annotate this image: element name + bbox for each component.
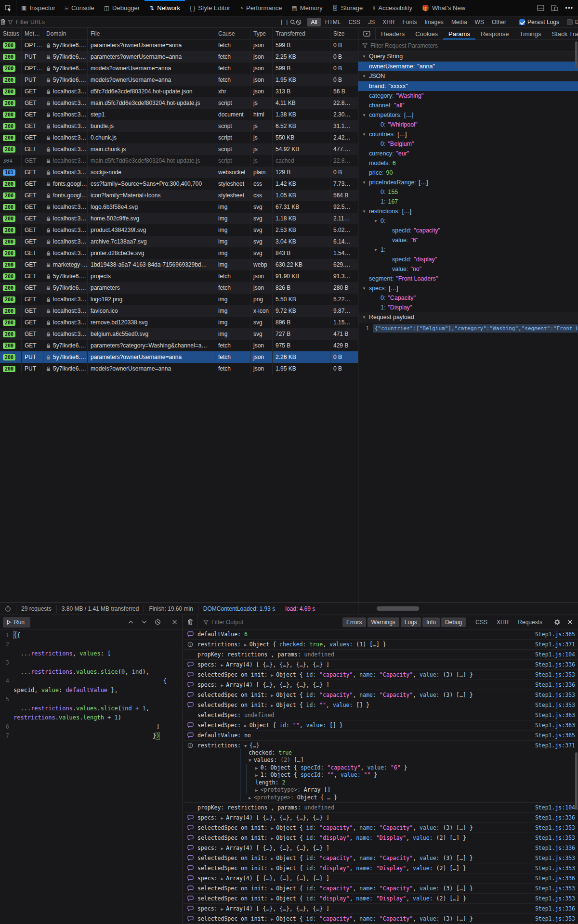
type-filter-media[interactable]: Media	[448, 18, 471, 26]
column-header-cause[interactable]: Cause	[215, 28, 250, 39]
next-expression-button[interactable]	[139, 620, 149, 624]
console-row[interactable]: selectedSpec on init: ▶ Object { id: "ca…	[183, 914, 578, 924]
console-filter-xhr[interactable]: XHR	[493, 617, 512, 627]
request-row[interactable]: 200GETlocalhost:3…0.chunk.jsscriptjs550 …	[0, 132, 358, 143]
tree-row[interactable]: brand:"xxxxx"	[358, 81, 578, 91]
request-row[interactable]: 200GET5y7lkvtie6.…parameters?category=Wa…	[0, 340, 358, 351]
console-filter-input[interactable]	[211, 619, 317, 626]
expand-icon[interactable]: ▼	[374, 248, 378, 252]
throttle-clock-item[interactable]	[0, 605, 16, 613]
source-location-link[interactable]: Step1.js:365	[535, 732, 575, 739]
tool-tab-performance[interactable]: ◔Performance	[235, 0, 287, 16]
console-row[interactable]: defaultValue: noStep1.js:365	[183, 731, 578, 741]
expand-icon[interactable]: ▼	[374, 219, 378, 223]
split-console-icon[interactable]	[537, 5, 544, 11]
console-expanded-line[interactable]: length: 2	[197, 779, 529, 786]
tool-tab-console[interactable]: ⌸Console	[60, 0, 99, 16]
source-location-link[interactable]: Step1.js:363	[535, 722, 575, 729]
filter-urls-input[interactable]	[16, 19, 247, 26]
request-row[interactable]: 200GETlocalhost:3…main.d5fc7dd6e3cdef803…	[0, 97, 358, 109]
tree-row[interactable]: 0:"Whirlpool"	[358, 120, 578, 129]
scrollbar-thumb[interactable]	[377, 606, 419, 611]
console-filter-errors[interactable]: Errors	[342, 617, 366, 627]
request-row[interactable]: 200GETlocalhost:3…logo192.pngimgpng5.50 …	[0, 294, 358, 305]
request-row[interactable]: 200GETfonts.googl…icon?family=Material+I…	[0, 190, 358, 201]
request-row[interactable]: 200OPT…5y7lkvtie6.…models?ownerUsername=…	[0, 63, 358, 74]
responsive-design-mode-icon[interactable]	[551, 5, 558, 11]
console-row[interactable]: specs: ▶ Array(4) [ {…}, {…}, {…}, {…} ]…	[183, 660, 578, 670]
source-location-link[interactable]: Step1.js:353	[535, 702, 575, 708]
persist-logs-checkbox[interactable]: Persist Logs	[515, 19, 563, 26]
type-filter-all[interactable]: All	[307, 18, 320, 26]
details-tab-stack-trace[interactable]: Stack Trace	[546, 28, 578, 39]
expand-icon[interactable]: ▼	[362, 113, 366, 117]
column-header-file[interactable]: File	[88, 28, 215, 39]
request-row[interactable]: 101GETlocalhost:3…sockjs-nodewebsocketpl…	[0, 167, 358, 178]
console-filter-logs[interactable]: Logs	[401, 617, 421, 627]
tree-row[interactable]: ▼specs:[…]	[358, 283, 578, 293]
console-row[interactable]: propKey: restrictions , params: undefine…	[183, 803, 578, 813]
tree-row[interactable]: ▼priceIndexRange:[…]	[358, 178, 578, 187]
console-row[interactable]: selectedSpec on init: ▶ Object { id: "",…	[183, 700, 578, 710]
type-filter-fonts[interactable]: Fonts	[399, 18, 420, 26]
console-filter-debug[interactable]: Debug	[441, 617, 466, 627]
console-row[interactable]: defaultValue: 6Step1.js:365	[183, 629, 578, 640]
details-tab-cookies[interactable]: Cookies	[410, 28, 443, 39]
tree-row[interactable]: value:"no"	[358, 264, 578, 274]
console-row[interactable]: selectedSpec on init: ▶ Object { id: "di…	[183, 894, 578, 904]
expand-icon[interactable]: ▼	[362, 132, 366, 137]
details-tab-timings[interactable]: Timings	[514, 28, 546, 39]
tool-tab-inspector[interactable]: ▣Inspector	[16, 0, 60, 16]
console-filter-warnings[interactable]: Warnings	[368, 617, 399, 627]
tree-row[interactable]: 0:"Belgium"	[358, 139, 578, 149]
type-filter-images[interactable]: Images	[421, 18, 447, 26]
request-row[interactable]: 200GETlocalhost:3…logo.6b3f58e4.svgimgsv…	[0, 201, 358, 213]
source-location-link[interactable]: Step1.js:353	[535, 824, 575, 831]
column-header-domain[interactable]: Domain	[43, 28, 88, 39]
source-location-link[interactable]: Step1.js:353	[535, 692, 575, 698]
console-row[interactable]: selectedSpec on init: ▶ Object { id: "ca…	[183, 823, 578, 833]
console-row[interactable]: propKey: restrictions , params: undefine…	[183, 650, 578, 660]
tree-row[interactable]: ▼0:	[358, 216, 578, 226]
tool-tab-memory[interactable]: ▤Memory	[287, 0, 327, 16]
meatball-menu-icon[interactable]: •••	[565, 4, 573, 12]
console-settings-button[interactable]	[552, 619, 563, 626]
tool-tab-accessibility[interactable]: 🯅Accessibility	[368, 0, 417, 16]
details-tab-headers[interactable]: Headers	[376, 28, 410, 39]
type-filter-other[interactable]: Other	[488, 18, 510, 26]
request-row[interactable]: 200GETlocalhost:3…belgium.a6c55ed0.svgim…	[0, 328, 358, 340]
console-expanded-line[interactable]: ▶ 0: Object { specId: "capacity", value:…	[197, 764, 529, 771]
request-row[interactable]: 200GET5y7lkvtie6.…parametersfetchjson826…	[0, 282, 358, 294]
source-location-link[interactable]: Step1.js:104	[535, 804, 575, 811]
tree-row[interactable]: ▼competitors:[…]	[358, 110, 578, 120]
console-expanded-line[interactable]: ▶ 1: Object { specId: "", value: "" }	[197, 771, 529, 779]
details-tab-response[interactable]: Response	[475, 28, 514, 39]
tool-tab-network[interactable]: ⇅Network	[144, 0, 185, 16]
clear-requests-button[interactable]	[0, 16, 6, 27]
details-action-button[interactable]	[358, 28, 376, 39]
console-filter-info[interactable]: Info	[422, 617, 440, 627]
request-row[interactable]: 200PUT5y7lkvtie6.…parameters?ownerUserna…	[0, 51, 358, 63]
tree-row[interactable]: 0:155	[358, 187, 578, 197]
request-row[interactable]: 200GETlocalhost:3…product.4384239f.svgim…	[0, 224, 358, 236]
type-filter-js[interactable]: JS	[365, 18, 378, 26]
pause-traffic-button[interactable]: ❘❘	[279, 16, 290, 27]
column-header-type[interactable]: Type	[250, 28, 273, 39]
console-filter-css[interactable]: CSS	[472, 617, 491, 627]
source-location-link[interactable]: Step1.js:104	[535, 651, 575, 658]
tool-tab-debugger[interactable]: ◫Debugger	[99, 0, 144, 16]
request-payload-section-header[interactable]: ▼ Request payload	[358, 312, 578, 322]
json-section-header[interactable]: ▼ JSON	[358, 71, 578, 81]
request-row[interactable]: 200GETlocalhost:3…printer.d28cbe3e.svgim…	[0, 247, 358, 259]
tree-row[interactable]: ▼restrictions:[…]	[358, 206, 578, 216]
console-scrollbar[interactable]	[575, 752, 578, 810]
source-location-link[interactable]: Step1.js:365	[535, 631, 575, 638]
column-header-transferred[interactable]: Transferred	[273, 28, 330, 39]
tree-row[interactable]: 0:"Capacity"	[358, 293, 578, 303]
source-location-link[interactable]: Step1.js:353	[535, 865, 575, 872]
console-row[interactable]: selectedSpec: ▶ Object { id: "", value: …	[183, 720, 578, 731]
close-console-button[interactable]	[565, 619, 575, 625]
request-row[interactable]: 200GETlocalhost:3…step1documenthtml1.38 …	[0, 109, 358, 120]
console-row[interactable]: selectedSpec on init: ▶ Object { id: "di…	[183, 833, 578, 843]
expand-icon[interactable]: ▼	[362, 286, 366, 291]
